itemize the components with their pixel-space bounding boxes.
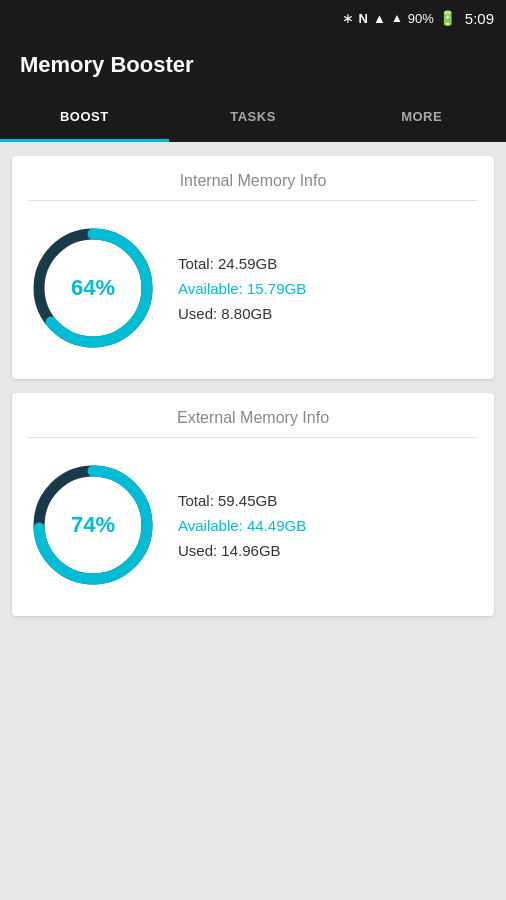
external-percent-label: 74% (71, 512, 115, 538)
external-memory-title: External Memory Info (28, 409, 478, 438)
nfc-icon: N (359, 11, 368, 26)
external-available: Available: 44.49GB (178, 517, 306, 534)
battery-percent: 90% (408, 11, 434, 26)
bluetooth-icon: ∗ (342, 10, 354, 26)
wifi-icon: ▲ (373, 11, 386, 26)
clock: 5:09 (465, 10, 494, 27)
external-memory-body: 74% Total: 59.45GB Available: 44.49GB Us… (28, 450, 478, 600)
tab-bar: BOOST TASKS MORE (0, 94, 506, 142)
tab-tasks[interactable]: TASKS (169, 94, 338, 142)
app-title: Memory Booster (20, 52, 194, 78)
app-header: Memory Booster (0, 36, 506, 94)
internal-memory-body: 64% Total: 24.59GB Available: 15.79GB Us… (28, 213, 478, 363)
tab-more[interactable]: MORE (337, 94, 506, 142)
content-area: Internal Memory Info 64% Total: 24.59GB … (0, 142, 506, 630)
external-memory-info: Total: 59.45GB Available: 44.49GB Used: … (178, 492, 306, 559)
internal-used: Used: 8.80GB (178, 305, 306, 322)
status-icons: ∗ N ▲ ▲ 90% 🔋 5:09 (342, 10, 494, 27)
internal-memory-gauge: 64% (28, 223, 158, 353)
internal-memory-card: Internal Memory Info 64% Total: 24.59GB … (12, 156, 494, 379)
internal-available: Available: 15.79GB (178, 280, 306, 297)
status-bar: ∗ N ▲ ▲ 90% 🔋 5:09 (0, 0, 506, 36)
external-memory-gauge: 74% (28, 460, 158, 590)
internal-memory-info: Total: 24.59GB Available: 15.79GB Used: … (178, 255, 306, 322)
internal-total: Total: 24.59GB (178, 255, 306, 272)
tab-boost[interactable]: BOOST (0, 94, 169, 142)
internal-memory-title: Internal Memory Info (28, 172, 478, 201)
internal-percent-label: 64% (71, 275, 115, 301)
external-memory-card: External Memory Info 74% Total: 59.45GB … (12, 393, 494, 616)
battery-icon: 🔋 (439, 10, 456, 26)
external-used: Used: 14.96GB (178, 542, 306, 559)
external-total: Total: 59.45GB (178, 492, 306, 509)
signal-icon: ▲ (391, 11, 403, 25)
